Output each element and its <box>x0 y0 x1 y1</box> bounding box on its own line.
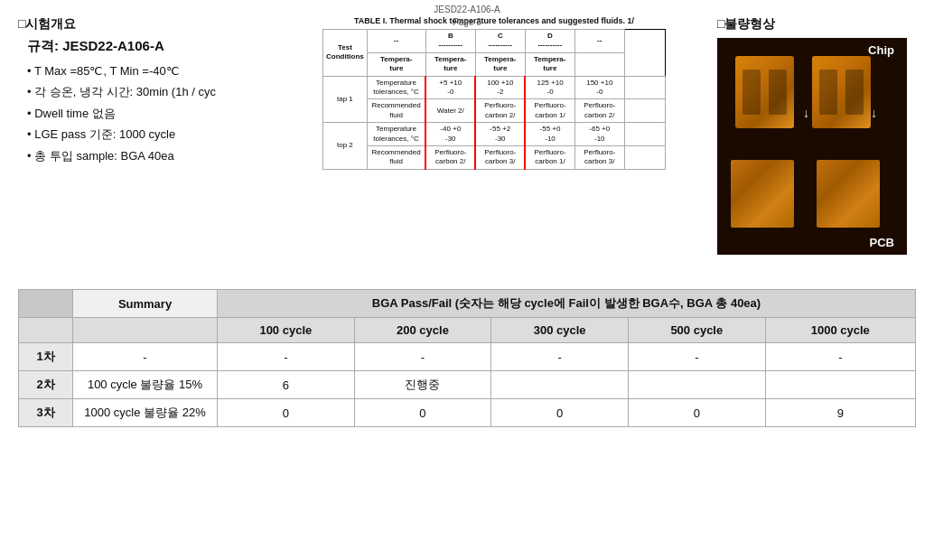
spec-item-5: 총 투입 sample: BGA 40ea <box>27 145 271 166</box>
td-tap1-c-temp: 125 +10-0 <box>525 76 574 99</box>
spec-item-3: Dwell time 없음 <box>27 103 271 124</box>
pcb-label: PCB <box>870 236 894 249</box>
td-tap1-label: Temperaturetolerances, °C <box>367 76 425 99</box>
td-tap1-d-fluid: Perfluoro-carbon 2/ <box>574 99 624 123</box>
page-header: JESD22-A106-A Page 3 <box>434 4 500 29</box>
row3-c3: 0 <box>491 399 629 427</box>
td-top2-c-fluid: Perfluoro-carbon 1/ <box>525 145 574 169</box>
td-tap1-b-fluid: Perfluoro-carbon 2/ <box>475 99 525 123</box>
td-top2: top 2 <box>323 123 368 170</box>
th-500cycle: 500 cycle <box>628 318 765 343</box>
spec-item-1: T Max =85℃, T Min =-40℃ <box>27 61 271 81</box>
row2-c5 <box>765 371 915 399</box>
th-row-num <box>19 290 73 318</box>
left-panel: □시험개요 규격: JESD22-A106-A T Max =85℃, T Mi… <box>18 16 271 271</box>
th-empty: -- <box>367 30 425 53</box>
row1-c5: - <box>765 343 915 371</box>
row1-c2: - <box>354 343 491 371</box>
header-line2: Page 3 <box>434 16 500 29</box>
thermal-table: TestConditions -- B---------- C---------… <box>322 29 666 170</box>
th-c: C---------- <box>475 30 525 53</box>
td-top2-e <box>624 123 665 146</box>
row2-c2: 진행중 <box>354 371 491 399</box>
td-tap1-e <box>624 76 665 99</box>
chip-label: Chip <box>868 43 894 57</box>
row1-c1: - <box>218 343 355 371</box>
header-line1: JESD22-A106-A <box>434 4 500 16</box>
td-top2-a-fluid: Perfluoro-carbon 2/ <box>425 145 475 169</box>
row1-c3: - <box>491 343 629 371</box>
row3-c5: 9 <box>765 399 915 427</box>
arrow-right: ↓ <box>871 106 877 120</box>
row1-label: 1차 <box>19 343 73 371</box>
td-top2-a-temp: -40 +0-30 <box>425 123 475 146</box>
td-top2-b-fluid: Perfluoro-carbon 3/ <box>475 145 525 169</box>
td-tap1-fluid-label: Recommendedfluid <box>367 99 425 123</box>
row3-c1: 0 <box>218 399 355 427</box>
th-tempC: Tempera-ture <box>475 52 525 76</box>
th-1000cycle: 1000 cycle <box>765 318 915 343</box>
th-sub-empty <box>19 318 73 343</box>
td-top2-c-temp: -55 +0-10 <box>525 123 574 146</box>
row1-c4: - <box>628 343 765 371</box>
row2-summary: 100 cycle 불량율 15% <box>73 371 218 399</box>
pcb-block-left <box>731 160 794 228</box>
row3-summary: 1000 cycle 불량율 22% <box>73 399 218 427</box>
chip-block-right <box>812 56 871 128</box>
result-table: Summary BGA Pass/Fail (숫자는 해당 cycle에 Fai… <box>18 289 916 427</box>
th-200cycle: 200 cycle <box>354 318 491 343</box>
center-panel: TABLE I. Thermal shock temperature toler… <box>289 16 699 271</box>
table-row: 1차 - - - - - - <box>19 343 916 371</box>
td-tap1-b-temp: 100 +10-2 <box>475 76 525 99</box>
spec-item-2: 각 승온, 냉각 시간: 30min (1h / cyc <box>27 81 271 102</box>
row3-c4: 0 <box>628 399 765 427</box>
th-d: D---------- <box>525 30 574 53</box>
td-top2-b-temp: -55 +2-30 <box>475 123 525 146</box>
th-summary: Summary <box>73 290 218 318</box>
arrow-left: ↓ <box>803 106 809 120</box>
th-100cycle: 100 cycle <box>218 318 355 343</box>
th-300cycle: 300 cycle <box>491 318 629 343</box>
right-panel: □불량형상 Chip ↓ ↓ PCB <box>717 16 916 271</box>
th-b: B---------- <box>425 30 475 53</box>
td-tap1-a-temp: +5 +10-0 <box>425 76 475 99</box>
td-top2-fluid-label: Recommendedfluid <box>367 145 425 169</box>
td-tap1-c-fluid: Perfluoro-carbon 1/ <box>525 99 574 123</box>
td-tap1-a-fluid: Water 2/ <box>425 99 475 123</box>
td-tap1: tap 1 <box>323 76 368 123</box>
defect-image: Chip ↓ ↓ PCB <box>717 38 907 255</box>
th-sub-summary <box>73 318 218 343</box>
th-tempD: Tempera-ture <box>525 52 574 76</box>
spec-list: T Max =85℃, T Min =-40℃ 각 승온, 냉각 시간: 30m… <box>27 61 271 166</box>
chip-block-left <box>735 56 794 128</box>
th-tempB: Tempera-ture <box>425 52 475 76</box>
row3-c2: 0 <box>354 399 491 427</box>
section-title-defect: □불량형상 <box>717 16 916 33</box>
row2-c4 <box>628 371 765 399</box>
th-tempA: Tempera-ture <box>367 52 425 76</box>
bottom-section: Summary BGA Pass/Fail (숫자는 해당 cycle에 Fai… <box>0 289 934 427</box>
section-title-overview: □시험개요 <box>18 16 271 33</box>
td-tap1-e-fluid <box>624 99 665 123</box>
pcb-shapes <box>731 160 880 228</box>
th-test-conditions: TestConditions <box>323 30 368 77</box>
table-row: 2차 100 cycle 불량율 15% 6 진행중 <box>19 371 916 399</box>
th-extra: -- <box>574 30 624 53</box>
row2-label: 2차 <box>19 371 73 399</box>
td-top2-label: Temperaturetolerances, °C <box>367 123 425 146</box>
spec-title: 규격: JESD22-A106-A <box>27 38 271 55</box>
td-top2-e-fluid <box>624 145 665 169</box>
spec-item-4: LGE pass 기준: 1000 cycle <box>27 124 271 145</box>
row2-c3 <box>491 371 629 399</box>
row1-summary: - <box>73 343 218 371</box>
td-top2-d-temp: -65 +0-10 <box>574 123 624 146</box>
th-tempE <box>574 52 624 76</box>
th-bga-header: BGA Pass/Fail (숫자는 해당 cycle에 Fail이 발생한 B… <box>218 290 916 318</box>
pcb-block-right <box>817 160 880 228</box>
td-tap1-d-temp: 150 +10-0 <box>574 76 624 99</box>
row3-label: 3차 <box>19 399 73 427</box>
row2-c1: 6 <box>218 371 355 399</box>
table-row: 3차 1000 cycle 불량율 22% 0 0 0 0 9 <box>19 399 916 427</box>
td-top2-d-fluid: Perfluoro-carbon 3/ <box>574 145 624 169</box>
